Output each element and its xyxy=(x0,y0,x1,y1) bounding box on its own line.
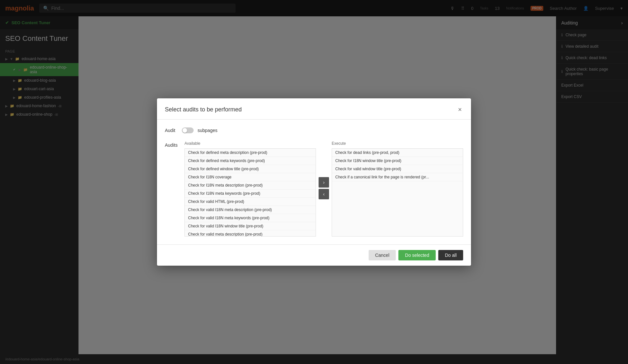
audit-label: Audit xyxy=(165,128,178,133)
execute-header: Execute xyxy=(332,140,463,147)
list-item[interactable]: Check for defined meta description (pre-… xyxy=(185,149,316,157)
dialog-footer: Cancel Do selected Do all xyxy=(157,244,471,266)
available-list[interactable]: Check for defined meta description (pre-… xyxy=(184,148,316,237)
list-item[interactable]: Check for I18N meta keywords (pre-prod) xyxy=(185,190,316,198)
dialog-title: Select audits to be performed xyxy=(165,106,242,113)
dialog-body: Audit subpages Audits Available Check fo… xyxy=(157,120,471,244)
move-left-button[interactable]: ‹ xyxy=(319,189,329,199)
list-item[interactable]: Check for defined meta keywords (pre-pro… xyxy=(185,157,316,165)
do-all-button[interactable]: Do all xyxy=(438,250,463,260)
audits-section: Audits Available Check for defined meta … xyxy=(165,140,463,237)
available-header: Available xyxy=(184,140,316,147)
list-item[interactable]: Check for I18N meta description (pre-pro… xyxy=(185,181,316,190)
list-item[interactable]: Check for dead links (pre-prod, prod) xyxy=(332,149,463,157)
move-right-button[interactable]: › xyxy=(319,177,329,188)
dialog: Select audits to be performed × Audit su… xyxy=(157,98,471,266)
list-item[interactable]: Check for valid meta description (pre-pr… xyxy=(185,230,316,237)
dialog-header: Select audits to be performed × xyxy=(157,98,471,120)
list-item[interactable]: Check for valid I18N meta keywords (pre-… xyxy=(185,214,316,222)
list-item[interactable]: Check for valid I18N meta description (p… xyxy=(185,206,316,214)
list-item[interactable]: Check for valid window title (pre-prod) xyxy=(332,165,463,173)
transfer-container: Available Check for defined meta descrip… xyxy=(184,140,463,237)
list-item[interactable]: Check for I18N window title (pre-prod) xyxy=(332,157,463,165)
execute-list[interactable]: Check for dead links (pre-prod, prod)Che… xyxy=(332,148,463,237)
list-item[interactable]: Check for valid HTML (pre-prod) xyxy=(185,198,316,206)
list-item[interactable]: Check for valid I18N window title (pre-p… xyxy=(185,222,316,230)
do-selected-button[interactable]: Do selected xyxy=(398,250,436,260)
subpages-label: subpages xyxy=(198,128,218,133)
available-list-wrapper: Available Check for defined meta descrip… xyxy=(184,140,316,237)
list-item[interactable]: Check if a canonical link for the page i… xyxy=(332,173,463,181)
toggle-knob xyxy=(183,128,187,133)
list-item[interactable]: Check for defined window title (pre-prod… xyxy=(185,165,316,173)
overlay: Select audits to be performed × Audit su… xyxy=(0,0,628,364)
subpages-toggle[interactable] xyxy=(182,127,194,133)
list-item[interactable]: Check for I18N coverage xyxy=(185,173,316,181)
audit-row: Audit subpages xyxy=(165,127,463,133)
transfer-buttons: › ‹ xyxy=(319,177,329,199)
audits-section-label: Audits xyxy=(165,142,184,148)
close-button[interactable]: × xyxy=(457,105,463,114)
execute-list-wrapper: Execute Check for dead links (pre-prod, … xyxy=(332,140,463,237)
cancel-button[interactable]: Cancel xyxy=(369,250,396,260)
